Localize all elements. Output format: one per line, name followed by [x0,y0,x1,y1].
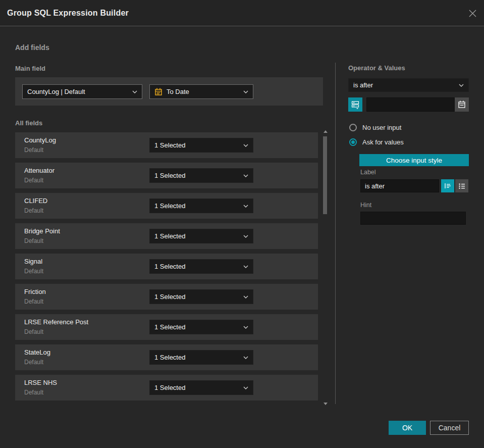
main-field-select[interactable]: CountyLog | Default [22,84,142,99]
chevron-down-icon [243,144,248,147]
main-field-panel: CountyLog | Default To Date [15,77,323,106]
field-selection-value: 1 Selected [154,354,185,361]
scroll-up-icon[interactable] [324,130,328,133]
main-field-label: Main field [15,65,45,72]
chevron-down-icon [243,295,248,298]
field-selection-select[interactable]: 1 Selected [149,380,253,395]
value-type-button[interactable] [348,97,362,112]
align-left-button[interactable] [441,179,454,192]
operator-values-heading: Operator & Values [348,64,405,72]
field-row: LRSE Reference Post Default 1 Selected [15,314,318,340]
field-selection-select[interactable]: 1 Selected [149,229,253,243]
field-row: Attenuator Default 1 Selected [15,163,318,188]
label-field-label: Label [360,169,376,176]
main-field-select-value: CountyLog | Default [27,88,85,95]
operator-values-panel: Operator & Values is after [348,61,469,414]
field-list: CountyLog Default 1 Selected Attenuator … [15,132,318,405]
field-selection-value: 1 Selected [154,293,185,301]
field-name: CountyLog [24,136,56,144]
calendar-button[interactable] [455,97,469,112]
field-subtitle: Default [24,207,43,214]
operator-select-value: is after [353,81,373,89]
field-selection-value: 1 Selected [154,232,185,240]
field-selection-value: 1 Selected [154,384,185,391]
cancel-button[interactable]: Cancel [430,421,469,435]
chevron-down-icon [459,84,464,87]
radio-circle [349,124,357,131]
chevron-down-icon [243,356,248,359]
field-row: CountyLog Default 1 Selected [15,132,318,158]
field-name: StateLog [24,349,50,356]
value-input[interactable] [366,97,455,112]
field-selection-value: 1 Selected [154,172,185,179]
radio-no-user-input[interactable]: No user input [349,124,401,131]
field-name: Friction [24,288,46,295]
chevron-down-icon [132,90,137,93]
choose-input-style-button[interactable]: Choose input style [359,154,469,166]
chevron-down-icon [243,174,248,177]
label-input[interactable] [360,179,439,192]
chevron-down-icon [243,386,248,389]
field-selection-select[interactable]: 1 Selected [149,198,253,213]
radio-label: Ask for values [362,138,404,146]
chevron-down-icon [243,235,248,238]
field-name: Signal [24,258,42,265]
field-selection-value: 1 Selected [154,141,185,149]
hint-input[interactable] [360,212,466,225]
chevron-down-icon [243,265,248,268]
scroll-down-icon[interactable] [324,403,328,405]
field-name: CLIFED [24,197,47,205]
field-subtitle: Default [24,359,43,366]
add-fields-heading: Add fields [15,43,49,52]
field-subtitle: Default [24,177,43,184]
date-type-select[interactable]: To Date [149,84,253,99]
chevron-down-icon [243,90,248,93]
hint-field-label: Hint [360,202,371,209]
dialog-title: Group SQL Expression Builder [7,0,129,26]
scrollbar-thumb[interactable] [323,136,327,214]
field-name: LRSE NHS [24,379,57,386]
field-row: LRSE NHS Default 1 Selected [15,375,318,401]
ok-button[interactable]: OK [389,421,426,435]
field-selection-select[interactable]: 1 Selected [149,138,253,153]
field-selection-value: 1 Selected [154,202,185,210]
close-button[interactable] [467,8,477,18]
field-subtitle: Default [24,389,43,396]
field-selection-value: 1 Selected [154,323,185,331]
group-sql-expression-builder-dialog: Group SQL Expression Builder Add fields … [0,0,484,448]
field-selection-select[interactable]: 1 Selected [149,259,253,274]
field-selection-select[interactable]: 1 Selected [149,168,253,183]
radio-circle-selected [349,138,357,146]
field-subtitle: Default [24,268,43,275]
field-row: Friction Default 1 Selected [15,284,318,310]
field-selection-select[interactable]: 1 Selected [149,320,253,334]
field-subtitle: Default [24,328,43,335]
field-name: LRSE Reference Post [24,318,88,326]
field-subtitle: Default [24,298,43,305]
field-selection-value: 1 Selected [154,263,185,270]
field-subtitle: Default [24,237,43,244]
date-type-select-value: To Date [167,88,189,95]
field-name: Bridge Point [24,227,60,235]
chevron-down-icon [243,205,248,208]
field-name: Attenuator [24,167,55,174]
field-row: Signal Default 1 Selected [15,254,318,279]
all-fields-label: All fields [15,119,42,127]
list-icon [458,182,466,190]
close-icon [468,9,477,18]
field-row: Bridge Point Default 1 Selected [15,223,318,249]
field-selection-select[interactable]: 1 Selected [149,350,253,365]
titlebar: Group SQL Expression Builder [0,0,484,26]
list-style-button[interactable] [455,179,468,192]
field-selection-select[interactable]: 1 Selected [149,289,253,304]
calendar-icon [458,101,466,109]
field-subtitle: Default [24,146,43,154]
operator-select[interactable]: is after [348,78,469,92]
chevron-down-icon [243,326,248,329]
radio-ask-for-values[interactable]: Ask for values [349,138,404,146]
align-left-icon [444,182,452,190]
field-row: CLIFED Default 1 Selected [15,193,318,219]
radio-label: No user input [362,124,401,131]
field-row: StateLog Default 1 Selected [15,344,318,370]
list-scrollbar[interactable] [322,129,329,406]
